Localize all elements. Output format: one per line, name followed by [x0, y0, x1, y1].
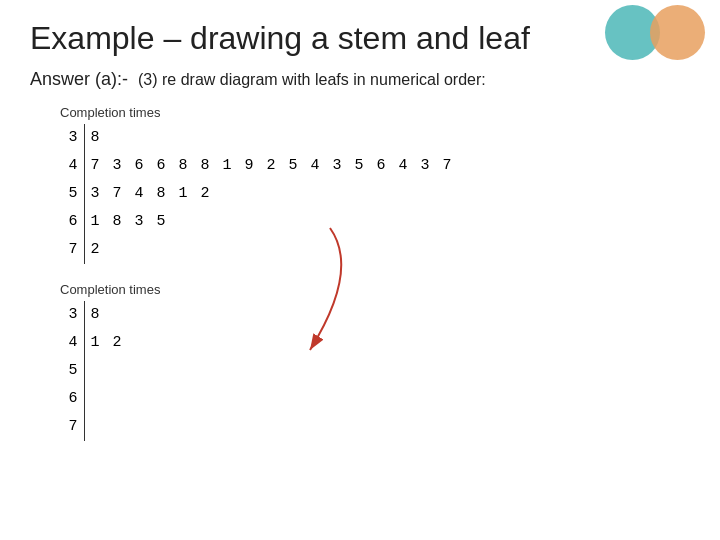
- stem-cell: 7: [60, 413, 84, 441]
- stem-cell: 6: [60, 385, 84, 413]
- stem-cell: 6: [60, 208, 84, 236]
- table-row: 4 7 3 6 6 8 8 1 9 2 5 4 3 5 6 4 3 7: [60, 152, 460, 180]
- table-row: 4 1 2: [60, 329, 130, 357]
- leaf-cell: 8: [84, 124, 460, 152]
- stem-cell: 4: [60, 329, 84, 357]
- answer-line: Answer (a):- (3) re draw diagram with le…: [30, 69, 690, 91]
- section1: Completion times 3 8 4 7 3 6 6 8 8 1 9 2…: [60, 105, 690, 264]
- stem-cell: 5: [60, 357, 84, 385]
- table-row: 6: [60, 385, 130, 413]
- page: Example – drawing a stem and leaf Answer…: [0, 0, 720, 540]
- section2: Completion times 3 8 4 1 2 5 6 7: [60, 282, 690, 441]
- table-row: 7 2: [60, 236, 460, 264]
- table-row: 7: [60, 413, 130, 441]
- leaf-cell: [84, 357, 130, 385]
- stem-cell: 3: [60, 124, 84, 152]
- section1-title: Completion times: [60, 105, 690, 120]
- leaf-cell: 7 3 6 6 8 8 1 9 2 5 4 3 5 6 4 3 7: [84, 152, 460, 180]
- table-row: 5 3 7 4 8 1 2: [60, 180, 460, 208]
- table-row: 6 1 8 3 5: [60, 208, 460, 236]
- stem-cell: 5: [60, 180, 84, 208]
- table-row: 3 8: [60, 301, 130, 329]
- page-title: Example – drawing a stem and leaf: [30, 20, 690, 57]
- leaf-cell: 2: [84, 236, 460, 264]
- table-row: 5: [60, 357, 130, 385]
- leaf-cell: 8: [84, 301, 130, 329]
- answer-instruction: (3) re draw diagram with leafs in numeri…: [138, 69, 486, 91]
- section2-title: Completion times: [60, 282, 690, 297]
- answer-label: Answer (a):-: [30, 69, 128, 90]
- leaf-cell: 1 2: [84, 329, 130, 357]
- leaf-cell: 3 7 4 8 1 2: [84, 180, 460, 208]
- leaf-cell: [84, 413, 130, 441]
- section1-table: 3 8 4 7 3 6 6 8 8 1 9 2 5 4 3 5 6 4 3 7 …: [60, 124, 460, 264]
- stem-cell: 3: [60, 301, 84, 329]
- table-row: 3 8: [60, 124, 460, 152]
- stem-cell: 7: [60, 236, 84, 264]
- stem-cell: 4: [60, 152, 84, 180]
- leaf-cell: 1 8 3 5: [84, 208, 460, 236]
- section2-table: 3 8 4 1 2 5 6 7: [60, 301, 130, 441]
- decorative-circle-orange: [650, 5, 705, 60]
- leaf-cell: [84, 385, 130, 413]
